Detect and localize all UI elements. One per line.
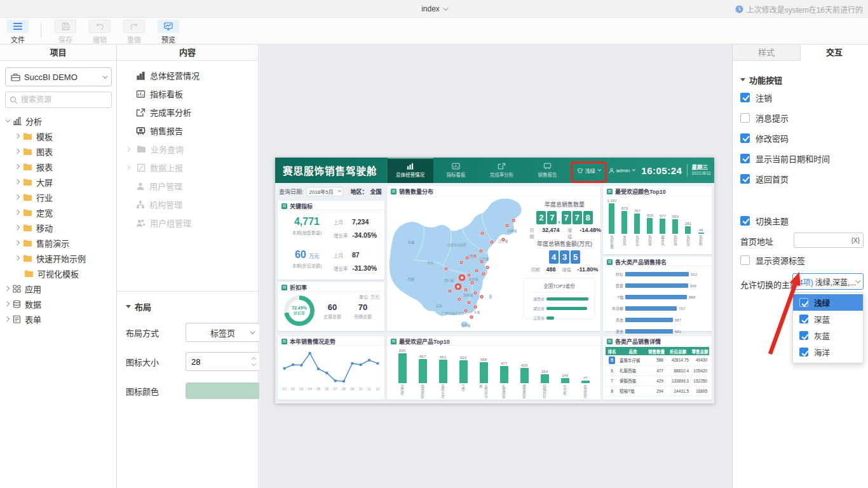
content-item-kanban[interactable]: 指标看板 [117,85,258,103]
tree-folder-3[interactable]: 大屏 [0,174,116,189]
trend-x-tick: 11 [365,387,373,391]
tree-folder-0[interactable]: 模板 [0,128,116,144]
checkbox-row-switch-theme[interactable]: 切换主题 [740,215,789,226]
tree-folder-7[interactable]: 售前演示 [0,235,116,250]
bar-slot: 429便服西装 [514,347,534,401]
tree-node-analysis[interactable]: 分析 [0,113,116,128]
tab-interaction[interactable]: 交互 [801,44,868,61]
redo-button[interactable]: 重做 [120,20,148,44]
tree-folder-label: 移动 [36,222,53,234]
bar-value-label: 661 [440,355,446,359]
dropdown-item-light-green[interactable]: 浅绿 [793,294,863,311]
checkbox-row-resource-label[interactable]: 显示资源标签 [740,254,805,266]
homepage-address-input[interactable]: {X} [794,233,864,248]
dashboard-tab-report[interactable]: 销售报告 [525,158,571,183]
user-chip[interactable]: admin [607,166,637,175]
tree-node-data[interactable]: 数据 [0,296,116,311]
content-item-query[interactable]: 业务查询 [117,140,258,158]
function-buttons-section-header[interactable]: 功能按钮 [740,74,782,86]
checkbox-row-message[interactable]: 消息提示 [740,112,789,123]
content-item-users[interactable]: 用户管理 [117,177,258,195]
icon-color-swatch[interactable] [186,383,260,399]
tree-folder-1[interactable]: 图表 [0,144,116,159]
content-item-user-groups[interactable]: 用户组管理 [117,214,258,232]
tree-node-forms[interactable]: 表单 [0,311,116,327]
flip-digit: 3 [560,250,569,264]
checkbox-row-password[interactable]: 修改密码 [740,132,789,144]
checkbox[interactable] [799,298,808,307]
undo-button[interactable]: 撤销 [86,20,114,44]
tree-folder-6[interactable]: 移动 [0,220,116,235]
checkbox-row-home[interactable]: 返回首页 [740,173,789,184]
filter-date-select[interactable]: 2018年5月 [306,187,343,196]
bar-value-label: 1,157 [607,199,616,203]
card-title: 本年销售情况走势 [290,337,336,346]
allowed-themes-select[interactable]: (4项) 浅绿,深蓝,... [792,273,864,290]
checkbox[interactable] [740,154,750,163]
checkbox[interactable] [799,348,808,356]
checkbox[interactable] [740,133,750,143]
tree-folder-label: 大屏 [36,176,53,188]
rank-bar-label: 风衣 [607,317,623,323]
checkbox[interactable] [740,93,750,102]
dropdown-item-dark-blue[interactable]: 深蓝 [793,311,863,327]
checkbox[interactable] [740,255,750,265]
presentation-icon [543,163,552,170]
trend-x-tick: 09 [348,387,356,391]
checkbox-row-logout[interactable]: 注销 [740,92,772,103]
design-canvas[interactable]: 赛思服饰销售驾驶舱 总体经营情况 指标看板 完成率分析 销售报告 [259,44,732,488]
bar-slot: 667休闲西装 [412,347,433,401]
content-item-upload[interactable]: 数据上报 [117,158,258,177]
formula-icon[interactable]: {X} [851,237,860,244]
content-item-completion[interactable]: 完成率分析 [117,103,258,121]
allowed-themes-label: 允许切换的主题 [740,278,798,290]
stepper-arrows-icon[interactable] [252,358,255,365]
top3-bar-row: 江苏省 [528,315,590,321]
content-item-report[interactable]: 销售报告 [117,121,258,140]
icon-size-stepper[interactable] [186,352,260,371]
annual-qty-title: 年度总销售数量 [528,200,601,208]
tree-folder-4[interactable]: 行业 [0,189,116,205]
checkbox-row-datetime[interactable]: 显示当前日期和时间 [740,152,830,164]
tab-style[interactable]: 样式 [733,44,801,61]
project-select[interactable]: SuccBI DEMO [5,67,112,86]
preview-button[interactable]: 预览 [154,20,182,44]
tree-folder-8[interactable]: 快速开始示例 [0,250,116,266]
dropdown-item-gray-blue[interactable]: 灰蓝 [793,327,863,344]
checkbox[interactable] [740,174,750,184]
tree-node-apps[interactable]: 应用 [0,281,116,296]
search-input[interactable] [21,95,97,104]
search-box[interactable] [5,92,112,108]
bar-stack: 49 [698,197,704,234]
checkbox[interactable] [799,315,808,323]
dropdown-item-ocean[interactable]: 海洋 [793,344,863,360]
dashboard-tab-overview[interactable]: 总体经营情况 [388,158,433,183]
dashboard-preview[interactable]: 赛思服饰销售驾驶舱 总体经营情况 指标看板 完成率分析 销售报告 [275,158,714,403]
tree-folder-9[interactable]: 可视化模板 [0,266,116,281]
icon-size-input[interactable] [186,357,237,367]
kanban-icon [136,90,146,98]
section-title: 功能按钮 [749,74,782,86]
content-item-overview[interactable]: 总体经营情况 [117,66,258,85]
tree-folder-2[interactable]: 报表 [0,159,116,174]
dashboard-clock: 16:05:24 [641,165,682,176]
checkbox[interactable] [740,113,750,123]
dashboard-tab-kanban[interactable]: 指标看板 [433,158,479,183]
layout-mode-select[interactable]: 标签页 [186,323,260,342]
save-button[interactable]: 保存 [51,20,79,44]
card-title: 最受欢迎颜色Top10 [615,187,666,196]
folder-icon [23,178,32,186]
tree-folder-5[interactable]: 定宽 [0,205,116,220]
layout-section-header[interactable]: 布局 [126,301,250,313]
checkbox[interactable] [799,331,808,340]
file-menu-button[interactable]: 文件 [4,20,32,44]
dashboard-tab-completion[interactable]: 完成率分析 [479,158,525,183]
bar-stack: 149 [561,347,569,383]
content-item-orgs[interactable]: 机构管理 [117,195,258,214]
theme-switcher-chip[interactable]: 浅绿 [575,166,602,175]
bar-value-label: 588 [480,358,487,362]
trend-x-tick: 10 [356,387,365,391]
tree-folder-label: 图表 [36,146,53,158]
checkbox[interactable] [740,216,750,226]
trend-x-labels: 010203040506070809101112 [280,387,382,391]
